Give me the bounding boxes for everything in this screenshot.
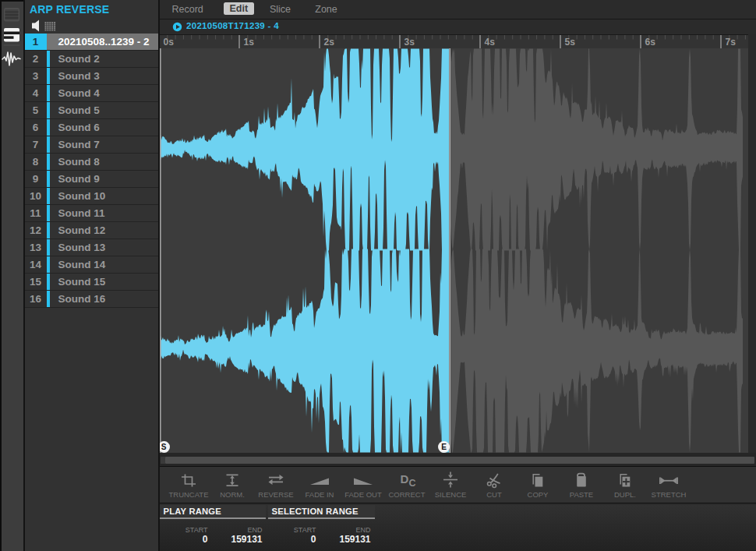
svg-text:D: D	[401, 472, 409, 486]
svg-text:C: C	[409, 478, 416, 489]
